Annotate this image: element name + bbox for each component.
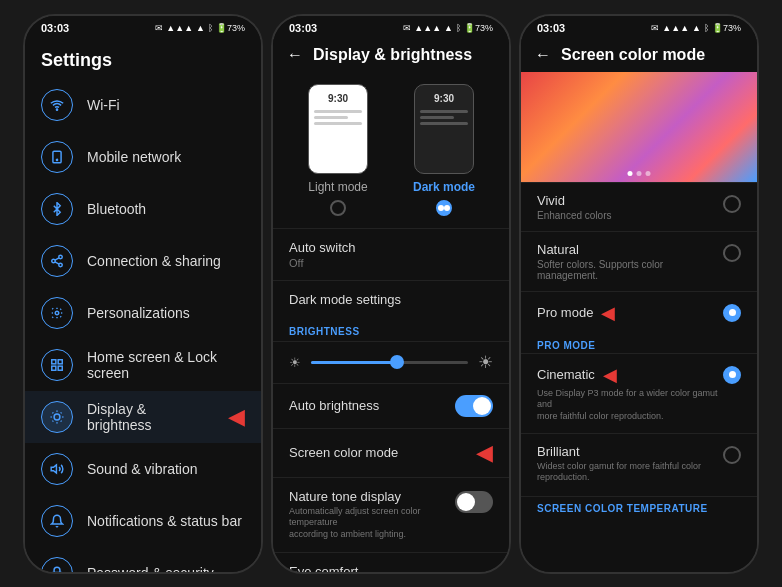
- sidebar-item-connection[interactable]: Connection & sharing: [25, 235, 261, 287]
- phone2-header: ← Display & brightness: [273, 38, 509, 72]
- phone2-bt-icon: ᛒ: [456, 23, 461, 33]
- nature-tone-toggle[interactable]: [455, 491, 493, 513]
- svg-line-21: [61, 412, 62, 413]
- dark-mode-settings-label: Dark mode settings: [289, 292, 493, 307]
- cinematic-name: Cinematic: [537, 367, 595, 382]
- svg-point-0: [56, 109, 57, 110]
- phone2-battery-icon: 🔋73%: [464, 23, 493, 33]
- natural-option[interactable]: Natural Softer colors. Supports color ma…: [521, 231, 757, 291]
- color-mode-image: [521, 72, 757, 182]
- notifications-label: Notifications & status bar: [87, 513, 242, 529]
- dark-mode-settings-row[interactable]: Dark mode settings: [273, 280, 509, 318]
- eye-comfort-row[interactable]: Eye comfort Off: [273, 552, 509, 572]
- pro-name: Pro mode: [537, 305, 593, 320]
- pro-radio[interactable]: [723, 304, 741, 322]
- natural-name: Natural: [537, 242, 723, 257]
- vivid-radio[interactable]: [723, 195, 741, 213]
- svg-line-17: [61, 420, 62, 421]
- dark-mode-time: 9:30: [415, 85, 473, 104]
- phones-container: 03:03 ✉ ▲▲▲ ▲ ᛒ 🔋73% Settings Wi-Fi: [0, 0, 782, 587]
- auto-brightness-toggle[interactable]: [455, 395, 493, 417]
- dark-mode-option[interactable]: 9:30 Dark mode: [399, 84, 489, 216]
- svg-point-3: [59, 255, 63, 258]
- phone1-time: 03:03: [41, 22, 69, 34]
- dark-line-3: [420, 122, 468, 125]
- light-mode-time: 9:30: [309, 85, 367, 104]
- svg-rect-12: [52, 366, 56, 370]
- mobile-icon: [41, 141, 73, 173]
- brilliant-option[interactable]: Brilliant Widest color gamut for more fa…: [521, 433, 757, 494]
- personalizations-label: Personalizations: [87, 305, 190, 321]
- light-line-2: [314, 116, 348, 119]
- auto-switch-row[interactable]: Auto switch Off: [273, 228, 509, 280]
- auto-switch-sub: Off: [289, 257, 493, 269]
- svg-point-4: [52, 259, 56, 263]
- display-arrow: ◀: [228, 404, 245, 430]
- sidebar-item-display[interactable]: Display & brightness ◀: [25, 391, 261, 443]
- light-mode-preview: 9:30: [308, 84, 368, 174]
- mode-selector: 9:30 Light mode 9:30: [273, 72, 509, 228]
- light-mode-option[interactable]: 9:30 Light mode: [293, 84, 383, 216]
- svg-rect-11: [58, 366, 62, 370]
- phone3-email-icon: ✉: [651, 23, 659, 33]
- display-icon: [41, 401, 73, 433]
- eye-comfort-label: Eye comfort: [289, 564, 493, 572]
- phone3-battery-icon: 🔋73%: [712, 23, 741, 33]
- dark-mode-label: Dark mode: [413, 180, 475, 194]
- auto-brightness-label: Auto brightness: [289, 398, 379, 413]
- nature-tone-row[interactable]: Nature tone display Automatically adjust…: [273, 477, 509, 552]
- homescreen-label: Home screen & Lock screen: [87, 349, 245, 381]
- brilliant-text: Brilliant Widest color gamut for more fa…: [537, 444, 723, 484]
- cinematic-desc: Use Display P3 mode for a wider color ga…: [537, 388, 723, 423]
- email-icon: ✉: [155, 23, 163, 33]
- sidebar-item-password[interactable]: Password & security: [25, 547, 261, 572]
- dot-1: [628, 171, 633, 176]
- screen-color-mode-row[interactable]: Screen color mode ◀: [273, 428, 509, 477]
- svg-marker-22: [51, 464, 56, 472]
- brightness-slider[interactable]: [311, 361, 468, 364]
- sidebar-item-homescreen[interactable]: Home screen & Lock screen: [25, 339, 261, 391]
- phone2-status-bar: 03:03 ✉ ▲▲▲ ▲ ᛒ 🔋73%: [273, 16, 509, 38]
- svg-line-20: [52, 420, 53, 421]
- phone2-back-button[interactable]: ←: [287, 46, 303, 64]
- signal-icon: ▲▲▲: [166, 23, 193, 33]
- dark-mode-radio[interactable]: [436, 200, 452, 216]
- phone1-status-bar: 03:03 ✉ ▲▲▲ ▲ ᛒ 🔋73%: [25, 16, 261, 38]
- cinematic-option[interactable]: Cinematic ◀ Use Display P3 mode for a wi…: [521, 353, 757, 433]
- sidebar-item-sound[interactable]: Sound & vibration: [25, 443, 261, 495]
- natural-text: Natural Softer colors. Supports color ma…: [537, 242, 723, 281]
- phone3-back-button[interactable]: ←: [535, 46, 551, 64]
- sound-label: Sound & vibration: [87, 461, 198, 477]
- svg-point-2: [56, 159, 57, 160]
- phone2-screen: ← Display & brightness 9:30 Light mode: [273, 38, 509, 572]
- radio-dot: [438, 205, 444, 211]
- auto-brightness-row[interactable]: Auto brightness: [273, 383, 509, 428]
- cinematic-arrow: ◀: [603, 364, 617, 386]
- cinematic-radio[interactable]: [723, 366, 741, 384]
- phone3-bt-icon: ᛒ: [704, 23, 709, 33]
- dark-mode-preview: 9:30: [414, 84, 474, 174]
- pro-mode-option[interactable]: Pro mode ◀: [521, 291, 757, 334]
- vivid-option[interactable]: Vivid Enhanced colors: [521, 182, 757, 231]
- phone1-screen: Settings Wi-Fi Mobile network Bluetooth: [25, 38, 261, 572]
- phone3-signal-icon: ▲▲▲: [662, 23, 689, 33]
- sidebar-item-personalizations[interactable]: Personalizations: [25, 287, 261, 339]
- sidebar-item-wifi[interactable]: Wi-Fi: [25, 79, 261, 131]
- sidebar-item-bluetooth[interactable]: Bluetooth: [25, 183, 261, 235]
- mobile-label: Mobile network: [87, 149, 181, 165]
- phone2-page-title: Display & brightness: [313, 46, 472, 64]
- personalizations-icon: [41, 297, 73, 329]
- light-mode-radio[interactable]: [330, 200, 346, 216]
- natural-radio[interactable]: [723, 244, 741, 262]
- nature-toggle-knob: [457, 493, 475, 511]
- battery-icon: 🔋73%: [216, 23, 245, 33]
- sidebar-item-notifications[interactable]: Notifications & status bar: [25, 495, 261, 547]
- svg-line-7: [55, 257, 59, 259]
- sidebar-item-mobile[interactable]: Mobile network: [25, 131, 261, 183]
- natural-desc: Softer colors. Supports color management…: [537, 259, 723, 281]
- screen-color-arrow: ◀: [476, 440, 493, 466]
- brilliant-radio[interactable]: [723, 446, 741, 464]
- brightness-fill: [311, 361, 397, 364]
- wifi-icon: [41, 89, 73, 121]
- phone2-wifi-icon: ▲: [444, 23, 453, 33]
